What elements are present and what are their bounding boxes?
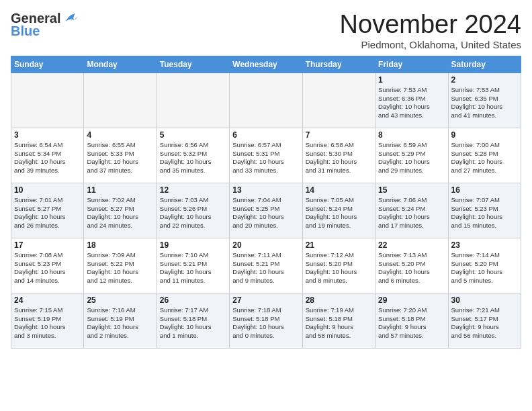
month-title: November 2024 [340, 11, 521, 39]
calendar-cell: 3Sunrise: 6:54 AM Sunset: 5:34 PM Daylig… [11, 128, 84, 183]
weekday-header-thursday: Thursday [302, 56, 375, 73]
day-info: Sunrise: 7:16 AM Sunset: 5:19 PM Dayligh… [87, 306, 153, 340]
day-number: 7 [306, 130, 372, 140]
day-info: Sunrise: 7:07 AM Sunset: 5:23 PM Dayligh… [451, 196, 518, 230]
calendar-cell: 26Sunrise: 7:17 AM Sunset: 5:18 PM Dayli… [157, 293, 229, 348]
day-number: 15 [378, 185, 445, 195]
calendar-cell: 20Sunrise: 7:11 AM Sunset: 5:21 PM Dayli… [230, 238, 302, 293]
day-info: Sunrise: 6:58 AM Sunset: 5:30 PM Dayligh… [306, 141, 372, 175]
calendar-cell [157, 73, 229, 128]
day-number: 14 [306, 185, 372, 195]
day-number: 30 [451, 295, 518, 305]
calendar-cell: 5Sunrise: 6:56 AM Sunset: 5:32 PM Daylig… [157, 128, 229, 183]
day-info: Sunrise: 7:09 AM Sunset: 5:22 PM Dayligh… [87, 251, 153, 285]
day-info: Sunrise: 7:06 AM Sunset: 5:24 PM Dayligh… [378, 196, 445, 230]
calendar-cell: 12Sunrise: 7:03 AM Sunset: 5:26 PM Dayli… [157, 183, 229, 238]
calendar-cell: 30Sunrise: 7:21 AM Sunset: 5:17 PM Dayli… [448, 293, 521, 348]
day-number: 2 [451, 75, 518, 85]
calendar-week-5: 24Sunrise: 7:15 AM Sunset: 5:19 PM Dayli… [11, 293, 521, 348]
calendar-table: SundayMondayTuesdayWednesdayThursdayFrid… [11, 56, 521, 349]
weekday-header-saturday: Saturday [448, 56, 521, 73]
day-info: Sunrise: 6:57 AM Sunset: 5:31 PM Dayligh… [232, 141, 299, 175]
day-info: Sunrise: 7:11 AM Sunset: 5:21 PM Dayligh… [232, 251, 299, 285]
calendar-cell: 16Sunrise: 7:07 AM Sunset: 5:23 PM Dayli… [448, 183, 521, 238]
day-info: Sunrise: 7:05 AM Sunset: 5:24 PM Dayligh… [306, 196, 372, 230]
page: General Blue November 2024 Piedmont, Okl… [0, 0, 532, 354]
calendar-cell [11, 73, 84, 128]
calendar-cell: 6Sunrise: 6:57 AM Sunset: 5:31 PM Daylig… [230, 128, 302, 183]
day-info: Sunrise: 7:14 AM Sunset: 5:20 PM Dayligh… [451, 251, 518, 285]
calendar-cell: 9Sunrise: 7:00 AM Sunset: 5:28 PM Daylig… [448, 128, 521, 183]
day-info: Sunrise: 7:12 AM Sunset: 5:20 PM Dayligh… [306, 251, 372, 285]
day-info: Sunrise: 7:15 AM Sunset: 5:19 PM Dayligh… [14, 306, 81, 340]
day-number: 24 [14, 295, 81, 305]
day-number: 18 [87, 240, 153, 250]
logo-bird-icon [63, 12, 78, 24]
day-info: Sunrise: 6:55 AM Sunset: 5:33 PM Dayligh… [87, 141, 153, 175]
weekday-header-wednesday: Wednesday [230, 56, 302, 73]
day-info: Sunrise: 7:19 AM Sunset: 5:18 PM Dayligh… [306, 306, 372, 340]
day-number: 16 [451, 185, 518, 195]
weekday-header-monday: Monday [84, 56, 157, 73]
day-number: 19 [160, 240, 226, 250]
calendar-cell: 15Sunrise: 7:06 AM Sunset: 5:24 PM Dayli… [375, 183, 448, 238]
day-number: 20 [232, 240, 299, 250]
location: Piedmont, Oklahoma, United States [340, 39, 521, 50]
day-number: 3 [14, 130, 81, 140]
title-block: November 2024 Piedmont, Oklahoma, United… [340, 11, 521, 50]
calendar-cell: 4Sunrise: 6:55 AM Sunset: 5:33 PM Daylig… [84, 128, 157, 183]
weekday-header-sunday: Sunday [11, 56, 84, 73]
calendar-week-4: 17Sunrise: 7:08 AM Sunset: 5:23 PM Dayli… [11, 238, 521, 293]
day-info: Sunrise: 6:59 AM Sunset: 5:29 PM Dayligh… [378, 141, 445, 175]
calendar-cell: 23Sunrise: 7:14 AM Sunset: 5:20 PM Dayli… [448, 238, 521, 293]
day-info: Sunrise: 7:21 AM Sunset: 5:17 PM Dayligh… [451, 306, 518, 340]
day-number: 12 [160, 185, 226, 195]
day-info: Sunrise: 7:04 AM Sunset: 5:25 PM Dayligh… [232, 196, 299, 230]
calendar-cell: 18Sunrise: 7:09 AM Sunset: 5:22 PM Dayli… [84, 238, 157, 293]
day-info: Sunrise: 7:18 AM Sunset: 5:18 PM Dayligh… [232, 306, 299, 340]
day-number: 28 [306, 295, 372, 305]
day-number: 25 [87, 295, 153, 305]
day-number: 1 [378, 75, 445, 85]
day-info: Sunrise: 7:03 AM Sunset: 5:26 PM Dayligh… [160, 196, 226, 230]
day-info: Sunrise: 7:00 AM Sunset: 5:28 PM Dayligh… [451, 141, 518, 175]
weekday-header-row: SundayMondayTuesdayWednesdayThursdayFrid… [11, 56, 521, 73]
day-number: 5 [160, 130, 226, 140]
day-number: 10 [14, 185, 81, 195]
day-info: Sunrise: 7:17 AM Sunset: 5:18 PM Dayligh… [160, 306, 226, 340]
calendar-week-2: 3Sunrise: 6:54 AM Sunset: 5:34 PM Daylig… [11, 128, 521, 183]
calendar-week-3: 10Sunrise: 7:01 AM Sunset: 5:27 PM Dayli… [11, 183, 521, 238]
day-number: 23 [451, 240, 518, 250]
day-number: 26 [160, 295, 226, 305]
weekday-header-tuesday: Tuesday [157, 56, 229, 73]
calendar-cell [84, 73, 157, 128]
header: General Blue November 2024 Piedmont, Okl… [11, 11, 521, 50]
calendar-cell: 29Sunrise: 7:20 AM Sunset: 5:18 PM Dayli… [375, 293, 448, 348]
calendar-cell: 2Sunrise: 7:53 AM Sunset: 6:35 PM Daylig… [448, 73, 521, 128]
day-number: 13 [232, 185, 299, 195]
calendar-cell: 10Sunrise: 7:01 AM Sunset: 5:27 PM Dayli… [11, 183, 84, 238]
day-info: Sunrise: 6:54 AM Sunset: 5:34 PM Dayligh… [14, 141, 81, 175]
day-number: 22 [378, 240, 445, 250]
day-info: Sunrise: 7:13 AM Sunset: 5:20 PM Dayligh… [378, 251, 445, 285]
day-info: Sunrise: 7:53 AM Sunset: 6:35 PM Dayligh… [451, 86, 518, 120]
calendar-cell: 25Sunrise: 7:16 AM Sunset: 5:19 PM Dayli… [84, 293, 157, 348]
day-number: 29 [378, 295, 445, 305]
calendar-cell: 21Sunrise: 7:12 AM Sunset: 5:20 PM Dayli… [302, 238, 375, 293]
day-number: 21 [306, 240, 372, 250]
day-number: 6 [232, 130, 299, 140]
day-info: Sunrise: 7:20 AM Sunset: 5:18 PM Dayligh… [378, 306, 445, 340]
weekday-header-friday: Friday [375, 56, 448, 73]
day-info: Sunrise: 7:53 AM Sunset: 6:36 PM Dayligh… [378, 86, 445, 120]
day-number: 4 [87, 130, 153, 140]
calendar-cell: 13Sunrise: 7:04 AM Sunset: 5:25 PM Dayli… [230, 183, 302, 238]
calendar-cell: 8Sunrise: 6:59 AM Sunset: 5:29 PM Daylig… [375, 128, 448, 183]
day-info: Sunrise: 7:02 AM Sunset: 5:27 PM Dayligh… [87, 196, 153, 230]
calendar-cell [230, 73, 302, 128]
day-number: 11 [87, 185, 153, 195]
calendar-cell: 1Sunrise: 7:53 AM Sunset: 6:36 PM Daylig… [375, 73, 448, 128]
calendar-cell: 11Sunrise: 7:02 AM Sunset: 5:27 PM Dayli… [84, 183, 157, 238]
day-number: 27 [232, 295, 299, 305]
day-number: 9 [451, 130, 518, 140]
day-number: 17 [14, 240, 81, 250]
